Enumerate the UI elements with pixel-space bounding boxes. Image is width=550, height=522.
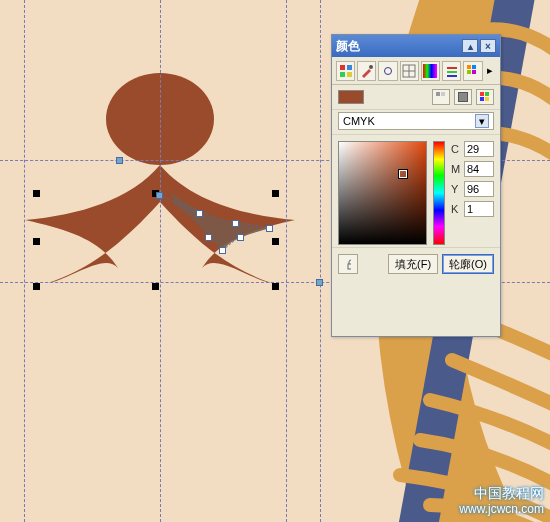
rollup-button[interactable]: ▴ (462, 39, 478, 53)
color-panel: 颜色 ▴ × ▸ (331, 34, 501, 337)
y-label: Y (451, 183, 461, 195)
path-node[interactable] (219, 247, 226, 254)
guide-vertical[interactable] (320, 0, 321, 522)
canvas-area[interactable]: 颜色 ▴ × ▸ (0, 0, 550, 522)
lock-icon[interactable] (338, 254, 358, 274)
selection-handle-tr[interactable] (272, 190, 279, 197)
outline-button[interactable]: 轮廓(O) (442, 254, 494, 274)
m-label: M (451, 163, 461, 175)
c-input[interactable] (464, 141, 494, 157)
svg-rect-7 (347, 72, 352, 77)
path-node[interactable] (316, 279, 323, 286)
svg-rect-17 (472, 65, 476, 69)
c-label: C (451, 143, 461, 155)
color-swatch-icon[interactable] (476, 89, 494, 105)
svg-rect-23 (485, 92, 489, 96)
svg-rect-25 (485, 97, 489, 101)
path-node[interactable] (232, 220, 239, 227)
color-model-value: CMYK (343, 115, 375, 127)
panel-title: 颜色 (336, 38, 360, 55)
path-control-handle[interactable] (205, 234, 212, 241)
panel-titlebar[interactable]: 颜色 ▴ × (332, 35, 500, 57)
grid-icon[interactable] (400, 61, 419, 81)
svg-rect-19 (472, 70, 476, 74)
path-node[interactable] (196, 210, 203, 217)
svg-rect-6 (340, 72, 345, 77)
selection-handle-bl[interactable] (33, 283, 40, 290)
palette-icon[interactable] (336, 61, 355, 81)
path-node[interactable] (116, 157, 123, 164)
svg-rect-12 (423, 64, 437, 78)
path-control-handle[interactable] (237, 234, 244, 241)
selection-handle-ml[interactable] (33, 238, 40, 245)
svg-rect-22 (480, 92, 484, 96)
gray-swatch-icon[interactable] (454, 89, 472, 105)
m-input[interactable] (464, 161, 494, 177)
palette-mini-icon[interactable] (432, 89, 450, 105)
path-node[interactable] (156, 192, 163, 199)
color-field[interactable] (338, 141, 427, 245)
current-color-swatch[interactable] (338, 90, 364, 104)
svg-rect-4 (340, 65, 345, 70)
chevron-down-icon: ▾ (475, 114, 489, 128)
svg-point-8 (369, 65, 373, 69)
color-field-marker[interactable] (399, 170, 407, 178)
hue-slider[interactable] (433, 141, 445, 245)
panel-toolbar: ▸ (332, 57, 500, 85)
selection-handle-br[interactable] (272, 283, 279, 290)
svg-rect-5 (347, 65, 352, 70)
svg-rect-21 (441, 92, 445, 96)
magnify-icon[interactable] (378, 61, 397, 81)
selection-handle-mr[interactable] (272, 238, 279, 245)
svg-rect-16 (467, 65, 471, 69)
k-input[interactable] (464, 201, 494, 217)
fill-button[interactable]: 填充(F) (388, 254, 438, 274)
svg-rect-26 (348, 264, 351, 269)
path-node[interactable] (266, 225, 273, 232)
guide-vertical[interactable] (286, 0, 287, 522)
selection-handle-bm[interactable] (152, 283, 159, 290)
guide-vertical[interactable] (160, 0, 161, 522)
svg-rect-20 (436, 92, 440, 96)
spectrum-icon[interactable] (421, 61, 440, 81)
k-label: K (451, 203, 461, 215)
panel-menu-icon[interactable]: ▸ (485, 64, 496, 77)
eyedropper-icon[interactable] (357, 61, 376, 81)
svg-rect-24 (480, 97, 484, 101)
y-input[interactable] (464, 181, 494, 197)
color-model-select[interactable]: CMYK ▾ (338, 112, 494, 130)
svg-rect-18 (467, 70, 471, 74)
close-button[interactable]: × (480, 39, 496, 53)
sliders-icon[interactable] (442, 61, 461, 81)
selection-handle-tl[interactable] (33, 190, 40, 197)
guide-vertical[interactable] (24, 0, 25, 522)
swatches-icon[interactable] (463, 61, 482, 81)
